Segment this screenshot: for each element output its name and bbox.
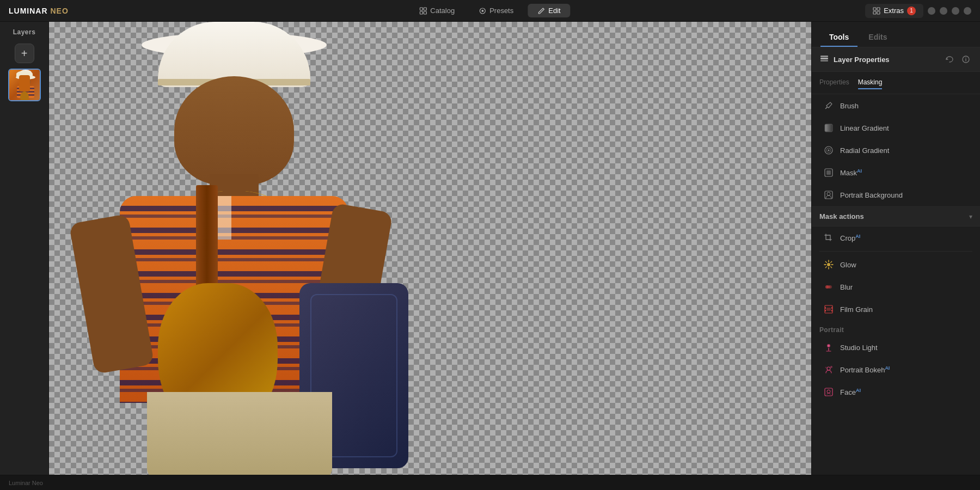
right-panel: Tools Edits Layer Properties xyxy=(811,22,980,475)
portrait-background-icon xyxy=(823,189,835,201)
svg-rect-9 xyxy=(877,11,880,14)
svg-line-38 xyxy=(831,267,832,268)
svg-point-53 xyxy=(827,367,830,370)
tool-mask-ai-label: MaskAI xyxy=(840,168,969,177)
catalog-icon xyxy=(419,7,427,15)
glow-icon xyxy=(823,259,835,271)
svg-rect-8 xyxy=(873,11,876,14)
presets-icon xyxy=(479,7,486,15)
sub-tab-masking[interactable]: Masking xyxy=(858,76,883,89)
tool-brush[interactable]: Brush xyxy=(815,95,977,117)
tool-radial-gradient-label: Radial Gradient xyxy=(840,146,969,155)
tool-blur[interactable]: Blur xyxy=(815,276,977,298)
svg-rect-14 xyxy=(17,88,34,89)
tab-tools[interactable]: Tools xyxy=(820,28,857,47)
app-logo: LUMINAR NEO xyxy=(9,7,69,15)
portrait-section-label: Portrait xyxy=(812,321,980,336)
tool-face[interactable]: FaceAI xyxy=(815,381,977,403)
nav-catalog[interactable]: Catalog xyxy=(409,4,464,17)
window-minimize-button[interactable]: — xyxy=(940,7,947,15)
tool-mask-ai[interactable]: MaskAI xyxy=(815,162,977,183)
layer-properties-actions xyxy=(943,53,972,66)
edit-icon xyxy=(537,7,545,15)
window-share-button[interactable]: ⬆ xyxy=(928,7,935,15)
undo-button[interactable] xyxy=(943,53,956,66)
svg-point-12 xyxy=(21,76,30,87)
extras-badge: 1 xyxy=(907,7,916,15)
radial-gradient-icon xyxy=(823,144,835,156)
info-button[interactable] xyxy=(959,53,972,66)
svg-rect-6 xyxy=(873,8,876,10)
svg-rect-56 xyxy=(825,388,832,396)
tab-edits[interactable]: Edits xyxy=(860,28,896,47)
head xyxy=(174,76,294,185)
svg-line-37 xyxy=(825,261,826,262)
svg-point-5 xyxy=(481,10,483,12)
tool-crop-label: CropAI xyxy=(840,234,969,242)
layers-title: Layers xyxy=(13,28,36,36)
tool-glow[interactable]: Glow xyxy=(815,254,977,275)
sub-tab-properties[interactable]: Properties xyxy=(819,76,849,89)
layer-properties-title: Layer Properties xyxy=(834,56,939,64)
svg-point-43 xyxy=(827,285,830,289)
svg-point-57 xyxy=(827,390,830,393)
tool-linear-gradient[interactable]: Linear Gradient xyxy=(815,117,977,139)
tool-portrait-bokeh-label: Portrait BokehAI xyxy=(840,365,969,374)
layers-stack-icon xyxy=(819,54,829,64)
tool-film-grain[interactable]: Film Grain xyxy=(815,298,977,320)
subject-person xyxy=(49,22,419,468)
svg-rect-0 xyxy=(420,8,422,10)
layer-thumb-inner xyxy=(9,70,40,100)
svg-point-32 xyxy=(827,263,830,266)
tool-brush-label: Brush xyxy=(840,102,969,110)
svg-rect-1 xyxy=(424,8,426,10)
extras-icon xyxy=(873,7,880,15)
panel-content: Properties Masking Brush xyxy=(812,72,980,475)
mask-actions-chevron: ▾ xyxy=(969,213,972,220)
nav-presets[interactable]: Presets xyxy=(469,4,523,17)
crop-icon xyxy=(823,232,835,244)
svg-rect-20 xyxy=(820,56,828,57)
tool-glow-label: Glow xyxy=(840,261,969,269)
tool-studio-light-label: Studio Light xyxy=(840,344,969,352)
layer-thumbnail[interactable] xyxy=(8,69,41,101)
svg-rect-19 xyxy=(820,60,828,62)
linear-gradient-icon xyxy=(823,122,835,134)
tool-crop[interactable]: CropAI xyxy=(815,227,977,249)
layer-thumb-svg xyxy=(9,70,41,101)
svg-point-27 xyxy=(828,150,830,151)
extras-label: Extras xyxy=(884,7,904,15)
svg-rect-46 xyxy=(825,310,826,311)
tool-radial-gradient[interactable]: Radial Gradient xyxy=(815,139,977,161)
svg-point-51 xyxy=(828,345,830,347)
app-logo-accent: NEO xyxy=(50,7,68,15)
svg-rect-3 xyxy=(424,11,426,14)
svg-rect-49 xyxy=(826,308,831,311)
portrait-bokeh-icon xyxy=(823,364,835,376)
svg-rect-52 xyxy=(828,348,829,351)
tool-portrait-bokeh[interactable]: Portrait BokehAI xyxy=(815,359,977,381)
add-layer-button[interactable]: + xyxy=(15,44,34,63)
svg-point-23 xyxy=(965,57,966,58)
blur-icon xyxy=(823,281,835,293)
tool-film-grain-label: Film Grain xyxy=(840,305,969,314)
svg-point-55 xyxy=(825,367,827,369)
window-restore-button[interactable]: ❐ xyxy=(952,7,959,15)
tool-linear-gradient-label: Linear Gradient xyxy=(840,124,969,132)
extras-button[interactable]: Extras 1 xyxy=(865,4,923,18)
nav-presets-label: Presets xyxy=(489,7,513,15)
canvas-area xyxy=(49,22,811,475)
tool-portrait-background[interactable]: Portrait Background xyxy=(815,184,977,206)
nav-edit-label: Edit xyxy=(548,7,560,15)
layer-properties-header: Layer Properties xyxy=(812,47,980,72)
mask-ai-icon xyxy=(823,167,835,179)
window-close-button[interactable]: ✕ xyxy=(964,7,971,15)
svg-point-11 xyxy=(19,70,32,78)
canvas-background xyxy=(49,22,811,475)
nav-edit[interactable]: Edit xyxy=(528,4,570,17)
mask-actions-header[interactable]: Mask actions ▾ xyxy=(812,206,980,226)
tool-studio-light[interactable]: Studio Light xyxy=(815,336,977,358)
main-layout: Layers + xyxy=(0,22,980,475)
svg-point-10 xyxy=(16,75,35,79)
svg-rect-7 xyxy=(877,8,880,10)
